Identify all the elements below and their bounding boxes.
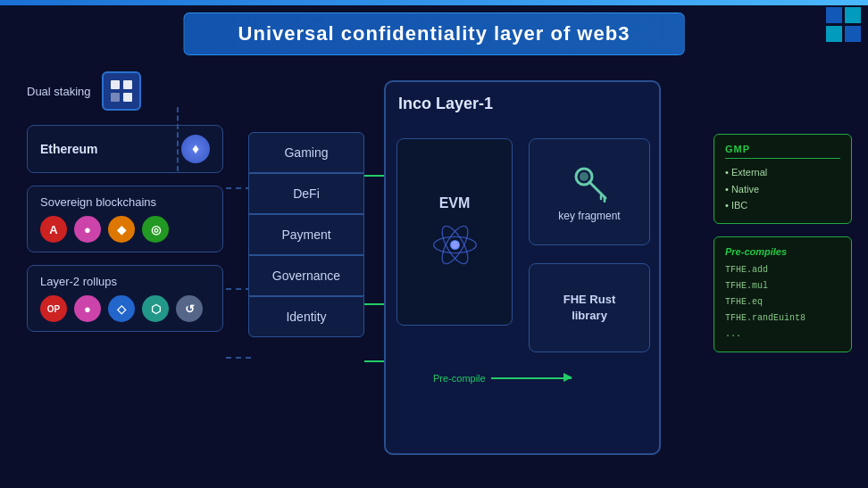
use-case-payment: Payment [248, 214, 364, 255]
connector-h-layer2 [226, 357, 251, 359]
evm-area: EVM [396, 138, 513, 326]
svg-rect-1 [123, 80, 132, 89]
dual-staking-row: Dual staking [27, 71, 223, 111]
ethereum-label: Ethereum [40, 142, 98, 156]
evm-label: EVM [439, 195, 471, 211]
green-connector-3 [364, 360, 386, 362]
ethereum-card: Ethereum ♦ [27, 125, 223, 173]
use-case-defi: DeFi [248, 173, 364, 214]
green-connector-2 [364, 303, 386, 305]
chain-icon-avax: A [40, 216, 67, 243]
precompile-arrow: Pre-compile [433, 373, 572, 384]
layer2-chain-icons: OP ● ◇ ⬡ ↺ [40, 295, 210, 322]
svg-line-11 [589, 182, 605, 198]
chain-icon-arbitrum: ◇ [108, 295, 135, 322]
chain-icon-near: ◆ [108, 216, 135, 243]
fhe-rust-box: FHE Rustlibrary [529, 263, 650, 352]
key-icon [570, 162, 610, 203]
precompile-item-3: TFHE.randEuint8 [725, 310, 840, 327]
sovereign-blockchains-card: Sovereign blockchains A ● ◆ ◎ [27, 186, 223, 252]
use-case-identity: Identity [248, 296, 364, 337]
top-accent-bar [0, 0, 868, 5]
sovereign-chain-icons: A ● ◆ ◎ [40, 216, 210, 243]
deco-sq-2 [845, 7, 861, 23]
layer2-rollups-card: Layer-2 rollups OP ● ◇ ⬡ ↺ [27, 265, 223, 332]
eth-row: Ethereum ♦ [40, 135, 210, 163]
title-bar: Universal confidentiality layer of web3 [184, 12, 685, 55]
connector-h-sovereign [226, 288, 251, 290]
precompiles-title: Pre-compiles [725, 246, 840, 257]
inco-logo [102, 71, 141, 111]
deco-sq-1 [826, 7, 842, 23]
svg-point-10 [580, 172, 588, 181]
gmp-item-external: External [725, 164, 840, 181]
gmp-title: GMP [725, 144, 840, 159]
gmp-item-ibc: IBC [725, 197, 840, 214]
dual-staking-label: Dual staking [27, 85, 91, 98]
connector-vertical-1 [177, 107, 179, 171]
key-fragment-label: key fragment [558, 210, 620, 222]
key-fragment-box: key fragment [529, 138, 650, 245]
use-cases-column: Gaming DeFi Payment Governance Identity [248, 132, 364, 337]
inco-title: Inco Layer-1 [398, 95, 647, 113]
decorative-squares [826, 7, 861, 42]
svg-rect-0 [111, 80, 120, 89]
deco-sq-4 [845, 26, 861, 42]
chain-icon-solana: ◎ [142, 216, 169, 243]
fhe-label: FHE Rustlibrary [563, 292, 616, 324]
gmp-card: GMP External Native IBC [714, 134, 852, 224]
precompile-item-0: TFHE.add [725, 262, 840, 278]
svg-rect-2 [111, 93, 120, 102]
atom-icon [430, 220, 480, 269]
precompiles-card: Pre-compiles TFHE.add TFHE.mul TFHE.eq T… [714, 236, 852, 352]
right-panel: GMP External Native IBC Pre-compiles TFH… [714, 134, 852, 352]
use-case-governance: Governance [248, 255, 364, 296]
chain-icon-loopring: ↺ [176, 295, 203, 322]
gmp-item-native: Native [725, 181, 840, 198]
svg-rect-3 [123, 93, 132, 102]
chain-icon-polkadot: ● [74, 216, 101, 243]
precompile-item-4: ... [725, 327, 840, 343]
ethereum-icon: ♦ [181, 135, 210, 163]
layer2-rollups-label: Layer-2 rollups [40, 275, 210, 288]
left-column: Dual staking Ethereum ♦ Sovereign blockc… [27, 71, 223, 344]
sovereign-blockchains-label: Sovereign blockchains [40, 195, 210, 209]
use-case-gaming: Gaming [248, 132, 364, 173]
precompile-label: Pre-compile [433, 373, 486, 384]
svg-point-8 [450, 240, 458, 248]
chain-icon-polygon: ● [74, 295, 101, 322]
green-connector-1 [364, 175, 386, 177]
deco-sq-3 [826, 26, 842, 42]
precompile-item-1: TFHE.mul [725, 278, 840, 294]
page-title: Universal confidentiality layer of web3 [238, 22, 630, 45]
chain-icon-op: OP [40, 295, 67, 322]
chain-icon-base: ⬡ [142, 295, 169, 322]
connector-h-ethereum [226, 187, 251, 189]
precompile-item-2: TFHE.eq [725, 294, 840, 310]
precompile-arrow-line [491, 377, 572, 379]
